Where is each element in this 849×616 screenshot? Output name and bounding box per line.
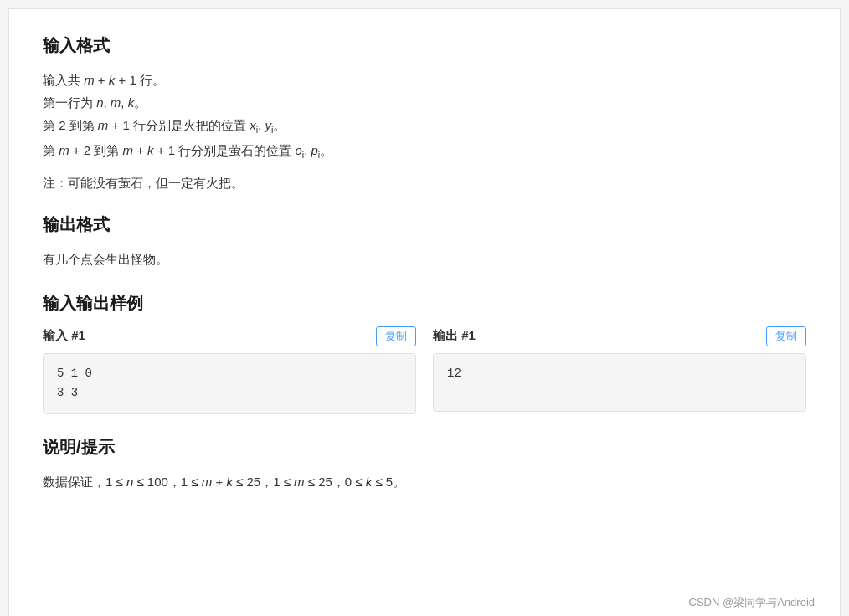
output-code-block: 12 bbox=[433, 353, 806, 412]
input-label: 输入 #1 bbox=[43, 328, 85, 344]
output-copy-button[interactable]: 复制 bbox=[766, 326, 806, 346]
io-examples-section: 输入输出样例 输入 #1 复制 5 1 03 3 输出 #1 复制 12 bbox=[43, 292, 806, 415]
input-format-section: 输入格式 输入共 m + k + 1 行。 第一行为 n, m, k。 第 2 … bbox=[43, 34, 806, 192]
output-format-section: 输出格式 有几个点会生出怪物。 bbox=[43, 213, 806, 270]
input-header: 输入 #1 复制 bbox=[43, 326, 416, 346]
hint-title: 说明/提示 bbox=[43, 436, 806, 459]
hint-content: 数据保证，1 ≤ n ≤ 100，1 ≤ m + k ≤ 25，1 ≤ m ≤ … bbox=[43, 470, 806, 493]
output-format-title: 输出格式 bbox=[43, 213, 806, 236]
input-line-4: 第 m + 2 到第 m + k + 1 行分别是萤石的位置 oi, pi。 bbox=[43, 139, 806, 164]
output-example-box: 输出 #1 复制 12 bbox=[433, 326, 806, 415]
input-format-title: 输入格式 bbox=[43, 34, 806, 57]
input-line-2: 第一行为 n, m, k。 bbox=[43, 91, 806, 114]
output-label: 输出 #1 bbox=[433, 328, 476, 344]
input-line-3: 第 2 到第 m + 1 行分别是火把的位置 xi, yi。 bbox=[43, 114, 806, 139]
input-code-block: 5 1 03 3 bbox=[43, 353, 416, 415]
input-format-content: 输入共 m + k + 1 行。 第一行为 n, m, k。 第 2 到第 m … bbox=[43, 69, 806, 164]
hint-section: 说明/提示 数据保证，1 ≤ n ≤ 100，1 ≤ m + k ≤ 25，1 … bbox=[43, 436, 806, 493]
input-format-note: 注：可能没有萤石，但一定有火把。 bbox=[43, 176, 806, 192]
io-examples-container: 输入 #1 复制 5 1 03 3 输出 #1 复制 12 bbox=[43, 326, 806, 415]
footer-credit: CSDN @梁同学与Android bbox=[689, 595, 815, 610]
page-container: 输入格式 输入共 m + k + 1 行。 第一行为 n, m, k。 第 2 … bbox=[8, 8, 841, 616]
output-header: 输出 #1 复制 bbox=[433, 326, 806, 346]
input-copy-button[interactable]: 复制 bbox=[376, 326, 416, 346]
input-example-box: 输入 #1 复制 5 1 03 3 bbox=[43, 326, 416, 415]
io-examples-title: 输入输出样例 bbox=[43, 292, 806, 315]
input-line-1: 输入共 m + k + 1 行。 bbox=[43, 69, 806, 91]
output-format-content: 有几个点会生出怪物。 bbox=[43, 248, 806, 270]
